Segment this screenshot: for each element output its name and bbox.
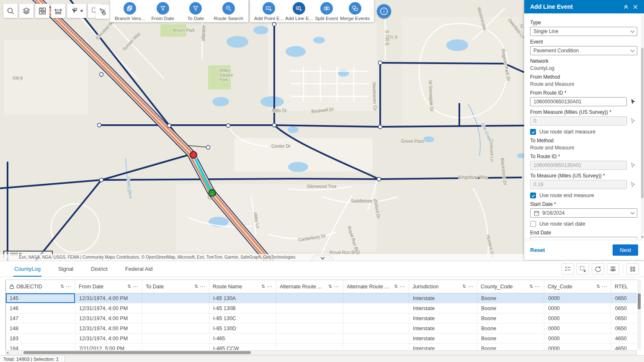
use-route-start-measure-checkbox[interactable] xyxy=(530,129,536,135)
table-options-button[interactable] xyxy=(626,263,639,275)
tab-district[interactable]: District xyxy=(90,262,108,277)
table-cell[interactable]: I-465 xyxy=(209,334,276,343)
table-cell[interactable] xyxy=(343,293,409,303)
table-cell[interactable] xyxy=(343,323,409,333)
add-line-event-button[interactable]: Add Line E... xyxy=(285,2,313,21)
sort-icon[interactable]: ⇅ xyxy=(328,284,332,289)
column-menu-icon[interactable]: ⋯ xyxy=(66,283,72,290)
route-search-button[interactable]: Route Search xyxy=(213,2,245,21)
tab-federal-aid[interactable]: Federal Aid xyxy=(124,262,154,277)
column-header-0[interactable]: OBJECTID⇅⋯ xyxy=(6,280,75,293)
table-cell[interactable]: Boone xyxy=(477,344,544,350)
table-cell[interactable]: Interstate xyxy=(409,313,477,323)
from-date-filter-button[interactable]: From Date xyxy=(147,2,179,21)
table-cell[interactable]: I-65 130D xyxy=(209,323,276,333)
table-cell[interactable]: I-65 130A xyxy=(209,293,276,303)
table-cell[interactable]: Interstate xyxy=(409,334,477,343)
pick-from-route-button[interactable] xyxy=(629,98,637,106)
table-cell[interactable]: Boone xyxy=(477,293,544,303)
table-row[interactable]: 14512/31/1974, 4:00 PMI-65 130AInterstat… xyxy=(6,293,637,303)
column-menu-icon[interactable]: ⋯ xyxy=(334,283,340,290)
search-tool-button[interactable] xyxy=(3,4,18,18)
table-cell[interactable]: 0000 xyxy=(544,323,611,333)
table-cell[interactable] xyxy=(276,344,343,350)
table-cell[interactable]: 7/11/2012, 5:00 PM xyxy=(75,344,142,350)
next-button[interactable]: Next xyxy=(613,244,638,256)
table-cell[interactable]: 147 xyxy=(6,313,75,323)
table-cell[interactable]: 184 xyxy=(6,344,75,350)
table-cell[interactable]: 12/31/1974, 4:00 PM xyxy=(75,293,142,303)
measure-tool-button[interactable] xyxy=(51,4,65,18)
table-cell[interactable]: 12/31/1974, 4:00 PM xyxy=(75,334,142,343)
column-menu-icon[interactable]: ⋯ xyxy=(602,283,608,290)
select-tool-button[interactable] xyxy=(67,4,86,18)
table-cell[interactable]: 0000 xyxy=(544,313,611,323)
table-horizontal-scrollbar[interactable] xyxy=(5,350,637,355)
table-row[interactable]: 1847/11/2012, 5:00 PMI-465 CCWInterstate… xyxy=(6,344,637,350)
table-cell[interactable]: 145 xyxy=(6,293,75,303)
table-cell[interactable] xyxy=(343,303,409,313)
use-route-end-measure-checkbox[interactable] xyxy=(530,193,536,198)
column-header-8[interactable]: City_Code⇅⋯ xyxy=(544,280,611,293)
table-cell[interactable] xyxy=(142,334,209,343)
table-row[interactable]: 18312/31/1974, 4:00 PMI-465InterstateBoo… xyxy=(6,334,637,344)
column-header-4[interactable]: Alternate Route ...⇅⋯ xyxy=(276,280,343,293)
close-panel-button[interactable] xyxy=(631,2,640,11)
table-cell[interactable]: Boone xyxy=(477,323,544,333)
type-select[interactable]: Single Line xyxy=(530,27,637,36)
table-cell[interactable] xyxy=(276,313,343,323)
column-header-9[interactable]: RTEL xyxy=(611,280,637,293)
table-cell[interactable]: 0650 xyxy=(611,293,637,303)
sort-icon[interactable]: ⇅ xyxy=(394,284,398,289)
info-button[interactable] xyxy=(377,4,391,18)
column-header-6[interactable]: Jurisdiction⇅⋯ xyxy=(409,280,477,293)
table-collapse-tab[interactable] xyxy=(312,255,333,261)
table-cell[interactable]: 0650 xyxy=(611,313,637,323)
table-cell[interactable] xyxy=(142,303,209,313)
table-cell[interactable] xyxy=(276,303,343,313)
sort-icon[interactable]: ⇅ xyxy=(127,284,131,289)
column-header-2[interactable]: To Date⇅⋯ xyxy=(142,280,209,293)
table-cell[interactable]: Interstate xyxy=(409,344,477,350)
sort-icon[interactable]: ⇅ xyxy=(529,284,533,289)
column-menu-icon[interactable]: ⋯ xyxy=(468,283,474,290)
branch-versions-button[interactable]: Branch Vers... xyxy=(114,2,146,21)
event-select[interactable]: Pavement Condition xyxy=(530,46,637,55)
table-cell[interactable]: 0650 xyxy=(611,303,637,313)
table-cell[interactable]: Interstate xyxy=(409,303,477,313)
split-event-button[interactable]: Split Event xyxy=(314,2,338,21)
table-cell[interactable]: Interstate xyxy=(409,293,477,303)
table-cell[interactable]: 0000 xyxy=(544,344,611,350)
table-cell[interactable] xyxy=(276,293,343,303)
table-cell[interactable]: 12/31/1974, 4:00 PM xyxy=(75,303,142,313)
tab-countylog[interactable]: CountyLog xyxy=(13,262,41,277)
table-cell[interactable]: 0000 xyxy=(544,293,611,303)
reset-link[interactable]: Reset xyxy=(530,247,613,253)
table-cell[interactable]: I-65 130B xyxy=(209,303,276,313)
table-row[interactable]: 14612/31/1974, 4:00 PMI-65 130BInterstat… xyxy=(6,303,637,313)
table-cell[interactable] xyxy=(276,334,343,343)
to-date-filter-button[interactable]: To Date xyxy=(180,2,211,21)
show-selection-button[interactable] xyxy=(562,263,574,275)
table-cell[interactable]: I-465 CCW xyxy=(209,344,276,350)
sort-icon[interactable]: ⇅ xyxy=(261,284,265,289)
pick-to-measure-button[interactable] xyxy=(629,180,637,189)
table-row[interactable]: 14712/31/1974, 4:00 PMI-65 130CInterstat… xyxy=(6,313,637,323)
table-vertical-scrollbar[interactable] xyxy=(637,280,641,350)
panel-scrollbar[interactable] xyxy=(641,14,644,239)
merge-events-button[interactable]: Merge Events xyxy=(340,2,370,21)
sort-icon[interactable]: ⇅ xyxy=(60,284,64,289)
column-header-3[interactable]: Route Name⇅⋯ xyxy=(209,280,276,293)
column-menu-icon[interactable]: ⋯ xyxy=(133,283,139,290)
clear-table-selection-button[interactable] xyxy=(577,263,589,275)
table-cell[interactable] xyxy=(142,313,209,323)
table-row[interactable]: 14812/31/1974, 4:00 PMI-65 130DInterstat… xyxy=(6,323,637,334)
column-menu-icon[interactable]: ⋯ xyxy=(535,283,541,290)
table-cell[interactable]: I-65 130C xyxy=(209,313,276,323)
table-cell[interactable]: 146 xyxy=(6,303,75,313)
column-menu-icon[interactable]: ⋯ xyxy=(399,283,405,290)
table-cell[interactable] xyxy=(343,344,409,350)
start-date-picker[interactable]: 9/16/2024 xyxy=(530,208,637,218)
table-cell[interactable] xyxy=(343,334,409,343)
refresh-button[interactable] xyxy=(592,263,604,275)
